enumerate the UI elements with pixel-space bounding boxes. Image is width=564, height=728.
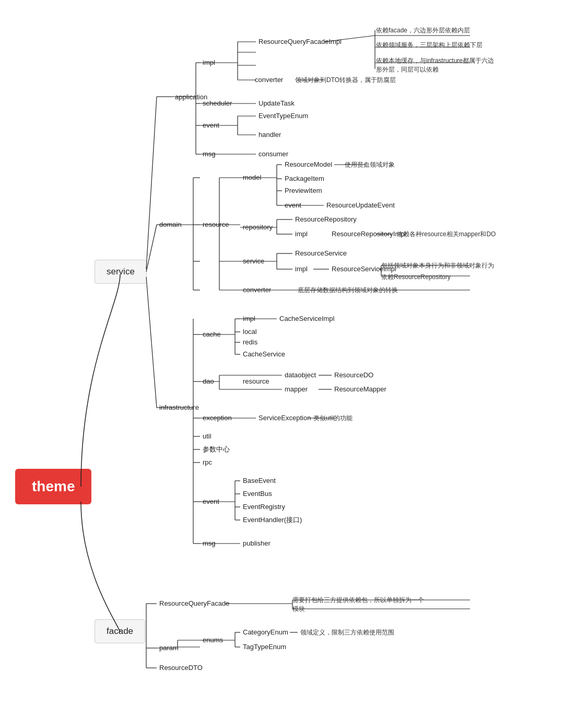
impl-cache-label: impl	[243, 315, 255, 323]
impl-label: impl	[203, 59, 215, 67]
ResourceQueryFacadeImpl-label: ResourceQueryFacadeImpl	[258, 38, 342, 47]
resource-dao-label: resource	[243, 377, 269, 386]
theme-box: theme	[15, 469, 91, 504]
resource-domain-label: resource	[203, 221, 229, 229]
svg-line-4	[146, 277, 157, 408]
scheduler-label: scheduler	[203, 99, 232, 108]
ann6: 依赖各种resource相关mapper和DO	[397, 230, 496, 239]
ann3: 依赖本地缓存，与infrastructure都属于六边形外层，同层可以依赖	[376, 56, 496, 74]
ann1: 依赖facade，六边形外层依赖内层	[376, 26, 470, 35]
impl-repo-label: impl	[295, 230, 308, 239]
ann5: 使用贫血领域对象	[345, 160, 395, 169]
UpdateTask-label: UpdateTask	[258, 99, 295, 108]
param-center-label: 参数中心	[203, 445, 230, 454]
ann11: 需要打包给三方提供依赖包，所以单独拆为一个模块	[292, 596, 428, 614]
msg-infra-label: msg	[203, 539, 216, 548]
msg-app-label: msg	[203, 150, 216, 159]
service-domain-label: service	[243, 257, 264, 266]
enums-label: enums	[203, 636, 223, 645]
converter-domain-label: converter	[243, 286, 271, 295]
CategoryEnum-label: CategoryEnum	[243, 628, 288, 637]
exception-label: exception	[203, 414, 232, 423]
diagram-container: theme service facade	[0, 0, 564, 728]
ann7: 包括领域对象本身行为和非领域对象行为	[381, 261, 494, 270]
util-label: util	[203, 432, 212, 441]
ann2: 依赖领域服务，三层架构上层依赖下层	[376, 41, 483, 50]
ann12: 领域定义，限制三方依赖使用范围	[300, 628, 394, 637]
ResourceRepositoryImpl-label: ResourceRepositoryImpl	[332, 230, 406, 239]
ResourceQueryFacade-label: ResourceQueryFacade	[159, 599, 229, 608]
facade-box: facade	[95, 619, 145, 643]
impl-service-label: impl	[295, 265, 308, 274]
publisher-label: publisher	[243, 539, 271, 548]
ResourceDO-label: ResourceDO	[334, 371, 373, 380]
CacheServiceImpl-label: CacheServiceImpl	[279, 315, 335, 323]
EventBus-label: EventBus	[243, 490, 272, 499]
ResourceModel-label: ResourceModel	[285, 160, 332, 169]
redis-label: redis	[243, 338, 257, 347]
EventHandler-label: EventHandler(接口)	[243, 516, 302, 525]
ResourceService-label: ResourceService	[295, 249, 347, 258]
event-model-label: event	[285, 201, 301, 210]
param-label: param	[159, 644, 179, 653]
event-app-label: event	[203, 121, 219, 130]
ServiceException-label: ServiceException	[258, 414, 311, 423]
ann8: 依赖ResourceRepository	[381, 273, 451, 282]
consumer-label: consumer	[258, 150, 288, 159]
converter-app-label: converter	[255, 76, 283, 85]
service-box: service	[95, 260, 147, 284]
mapper-label: mapper	[285, 385, 308, 394]
model-label: model	[243, 174, 261, 182]
domain-label: domain	[159, 221, 182, 229]
svg-line-0	[146, 97, 157, 269]
PreviewItem-label: PreviewItem	[285, 187, 322, 195]
ann10: 类似util的功能	[313, 414, 352, 423]
ResourceRepository-label: ResourceRepository	[295, 215, 357, 224]
local-label: local	[243, 328, 257, 337]
TagTypeEnum-label: TagTypeEnum	[243, 643, 286, 652]
ResourceDTO-label: ResourceDTO	[159, 664, 203, 673]
ann4: 领域对象到DTO转换器，属于防腐层	[295, 76, 396, 85]
EventTypeEnum-label: EventTypeEnum	[258, 112, 308, 121]
ResourceUpdateEvent-label: ResourceUpdateEvent	[326, 201, 395, 210]
cache-label: cache	[203, 330, 221, 339]
infrastructure-label: infrastructure	[159, 403, 199, 412]
repository-label: repository	[243, 223, 273, 232]
dataobject-label: dataobject	[285, 371, 316, 380]
event-infra-label: event	[203, 498, 219, 506]
dao-label: dao	[203, 377, 214, 386]
ResourceMapper-label: ResourceMapper	[334, 385, 386, 394]
BaseEvent-label: BaseEvent	[243, 477, 276, 486]
CacheService-label: CacheService	[243, 350, 285, 359]
PackageItem-label: PackageItem	[285, 175, 324, 183]
EventRegistry-label: EventRegistry	[243, 503, 285, 512]
tree-svg	[0, 0, 564, 728]
ann9: 底层存储数据结构到领域对象的转换	[298, 286, 398, 295]
handler-label: handler	[258, 131, 281, 140]
svg-line-2	[146, 225, 157, 272]
rpc-label: rpc	[203, 458, 212, 467]
